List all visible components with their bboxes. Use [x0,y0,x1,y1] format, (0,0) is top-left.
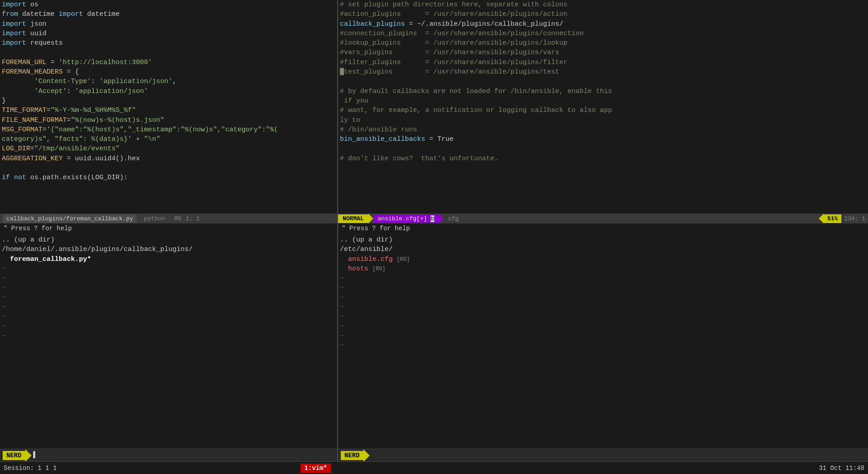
left-nerd-arrow [25,449,32,462]
percent-arrow-left [819,214,824,223]
right-pane: # set plugin path directories here, sepa… [338,0,868,461]
right-percent: 51% [824,214,841,223]
left-statusline: callback_plugins/foreman_callback.py pyt… [0,214,337,223]
left-status-percent: 0% [174,215,181,222]
left-nerd-label: NERD [3,451,25,460]
vim-label: 1:vim* [301,464,330,473]
right-mode-label: NORMAL [338,214,368,223]
right-position: 134: 1 [841,215,868,222]
date-label: 31 Oct 11:48 [819,465,864,472]
left-code-content: import os from datetime import datetime … [2,0,335,183]
filename-arrow [439,214,444,223]
left-msg-line: " Press ? for help [0,223,337,233]
right-msg-line: " Press ? for help [338,223,868,233]
left-status-position: 1: 1 [186,215,200,222]
right-filetype: cfg [448,215,459,222]
bottom-bar: Session: 1 1 1 1:vim* 31 Oct 11:48 [0,461,868,474]
right-nerd-arrow [363,449,370,462]
left-status-filetype: python [144,215,165,222]
right-code-content: # set plugin path directories here, sepa… [340,0,866,163]
right-msg-text: " Press ? for help [342,225,410,232]
left-explorer-content: .. (up a dir) /home/daniel/.ansible/plug… [2,235,335,341]
editor-area: import os from datetime import datetime … [0,0,868,461]
right-status-right: 51% 134: 1 [819,214,868,223]
session-label: Session: 1 1 1 [4,465,57,472]
left-explorer[interactable]: .. (up a dir) /home/daniel/.ansible/plug… [0,233,337,449]
left-msg-text: " Press ? for help [4,225,72,232]
vim-editor: import os from datetime import datetime … [0,0,868,474]
right-statusline: NORMAL ansible.cfg[+] b cfg 51% 134: 1 [338,214,868,223]
left-nerd-cursor: ▌ [33,451,37,459]
left-nerd-bar: NERD ▌ [0,449,337,461]
right-nerd-label: NERD [341,451,363,460]
mode-arrow [368,214,373,223]
left-code-area[interactable]: import os from datetime import datetime … [0,0,337,214]
right-code-area[interactable]: # set plugin path directories here, sepa… [338,0,868,214]
right-explorer[interactable]: .. (up a dir) /etc/ansible/ ansible.cfg … [338,233,868,449]
right-filename: ansible.cfg[+] b [373,214,439,223]
right-nerd-bar: NERD [338,449,868,461]
left-status-filename: callback_plugins/foreman_callback.py [3,214,137,223]
right-explorer-content: .. (up a dir) /etc/ansible/ ansible.cfg … [340,235,866,351]
left-pane: import os from datetime import datetime … [0,0,338,461]
